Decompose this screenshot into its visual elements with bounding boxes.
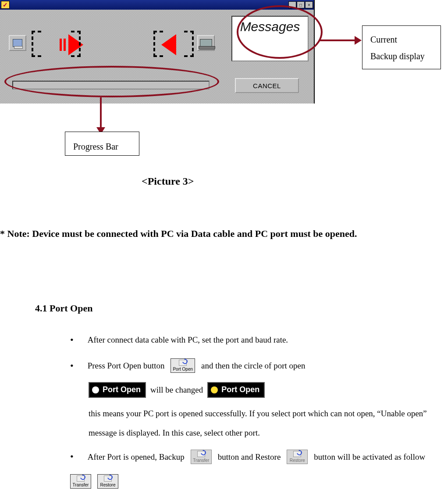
port-open-indicator-open: Port Open <box>207 382 265 398</box>
port-open-button-icon: Port Open <box>170 358 195 373</box>
bullet-text: will be changed <box>150 380 203 400</box>
bullet-text: button will be activated as follow <box>314 447 425 467</box>
titlebar: ✓ _ □ × <box>0 0 314 10</box>
note-text: * Note: Device must be connected with PC… <box>0 224 438 244</box>
laptop-icon <box>200 39 212 47</box>
list-item: After connect data cable with PC, set th… <box>70 329 430 351</box>
status-text: Messages <box>240 19 300 34</box>
bullet-list: After connect data cable with PC, set th… <box>70 329 430 492</box>
status-dot-closed-icon <box>92 386 99 393</box>
bullet-icon <box>70 355 82 377</box>
bullet-icon <box>70 329 82 351</box>
arrow-left-icon <box>161 34 176 55</box>
bullet-text: and then the circle of port open <box>201 356 305 375</box>
callout-arrow <box>100 97 102 128</box>
transfer-glyph-icon <box>77 475 85 482</box>
status-dot-open-icon <box>211 386 218 393</box>
restore-glyph-icon <box>293 451 301 457</box>
transfer-button-disabled-icon: Transfer <box>191 450 212 464</box>
bullet-icon <box>70 446 82 468</box>
pc-icon-button[interactable] <box>9 35 26 51</box>
section-heading: 4.1 Port Open <box>35 303 92 314</box>
bullet-text: After connect data cable with PC, set th… <box>88 330 288 350</box>
cancel-button[interactable]: CANCEL <box>235 78 299 93</box>
close-button[interactable]: × <box>305 1 313 8</box>
mini-btn-label: Transfer <box>193 458 209 463</box>
mini-btn-label: Restore <box>100 483 115 487</box>
list-item-continuation: Port Open will be changed Port Open this… <box>89 380 430 442</box>
pc-icon <box>13 39 22 47</box>
minimize-button[interactable]: _ <box>288 1 296 8</box>
bullet-text: button and Restore <box>218 447 281 467</box>
restore-button-enabled-icon: Restore <box>97 474 118 489</box>
callout-arrowhead-icon <box>355 36 362 45</box>
mini-btn-label: Port Open <box>173 367 193 372</box>
list-item: Press Port Open button Port Open and the… <box>70 355 430 377</box>
device-icon-button[interactable] <box>197 35 215 51</box>
indicator-label: Port Open <box>103 381 141 399</box>
transfer-button-enabled-icon: Transfer <box>70 474 91 489</box>
mini-btn-label: Transfer <box>73 483 89 487</box>
figure-caption: <Picture 3> <box>142 175 194 187</box>
bullet-text: this means your PC port is opened succes… <box>89 404 430 442</box>
progress-bar <box>12 81 210 89</box>
callout-text-line1: Current <box>370 31 433 48</box>
maximize-button[interactable]: □ <box>297 1 305 8</box>
port-open-glyph-icon <box>179 360 187 366</box>
transfer-glyph-icon <box>197 451 205 457</box>
port-open-indicator-closed: Port Open <box>89 382 146 398</box>
bullet-text: After Port is opened, Backup <box>88 447 185 467</box>
list-item: After Port is opened, Backup Transfer bu… <box>70 446 430 489</box>
callout-text-progress: Progress Bar <box>73 142 118 151</box>
callout-box-current-backup: Current Backup display <box>362 25 441 69</box>
backup-window: ✓ _ □ × Messages CA <box>0 0 315 104</box>
callout-box-progress: Progress Bar <box>65 132 139 156</box>
app-icon: ✓ <box>1 1 10 9</box>
bracket-left-icon <box>32 31 41 57</box>
indicator-label: Port Open <box>221 381 259 399</box>
callout-text-line2: Backup display <box>370 48 433 64</box>
restore-button-disabled-icon: Restore <box>287 450 308 464</box>
status-panel: Messages <box>231 16 309 61</box>
bracket-right-icon <box>184 31 194 57</box>
bullet-text: Press Port Open button <box>88 356 165 375</box>
restore-glyph-icon <box>104 475 112 482</box>
bracket-right-icon <box>71 31 81 57</box>
callout-arrow <box>320 39 355 41</box>
mini-btn-label: Restore <box>290 458 305 463</box>
